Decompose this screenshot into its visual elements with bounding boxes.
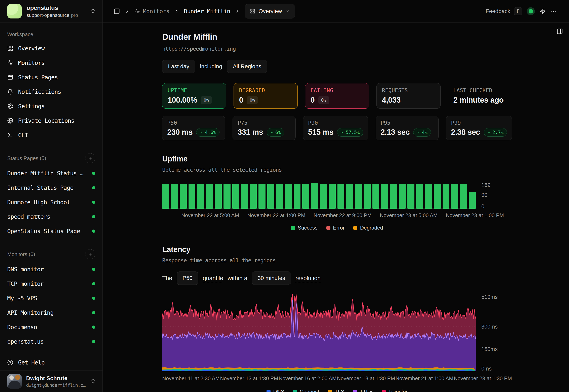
stat-card-value: 0 [310,96,315,104]
get-help-item[interactable]: Get Help [7,355,95,370]
app-root: openstatus support-opensourcepro Workspa… [0,0,569,392]
x-tick-label: November 18 at 1:30 PM [337,375,395,381]
topbar: Monitors Dunder Mifflin Overview Feedbac… [103,0,569,23]
sidebar-toggle-icon[interactable] [114,8,120,14]
ellipsis-menu-icon[interactable] [551,8,556,14]
regions-select-button[interactable]: All Regions [227,60,267,73]
y-tick-label: 90 [481,192,487,198]
globe-icon [7,118,13,124]
breadcrumb-current[interactable]: Dunder Mifflin [184,8,230,15]
monitor-item-documenso[interactable]: Documenso [7,320,95,334]
uptime-bar [337,184,345,209]
sidebar-item-label: Private Locations [18,117,74,124]
latency-section-subtitle: Response time accross all the regions [162,257,512,264]
transfer-swatch [382,390,386,392]
uptime-bar [223,184,231,209]
uptime-bars-plot [162,183,476,209]
page-title: Dunder Mifflin [162,32,512,42]
sidebar-item-cli[interactable]: CLI [7,128,95,142]
degraded-swatch [353,226,357,230]
user-menu[interactable]: Dwight Schrute dwight@dundermifflin.c… [0,371,102,392]
chevron-down-icon [200,130,203,134]
filters-row: Last day including All Regions [162,60,512,73]
uptime-bar [320,184,327,209]
monitor-item-my-5-vps[interactable]: My $5 VPS [7,291,95,306]
monitor-item-dns-monitor[interactable]: DNS monitor [7,262,95,277]
period-select-button[interactable]: Last day [162,60,195,73]
status-page-item-label: Internal Status Page [7,184,73,191]
uptime-bar [180,184,187,209]
plus-icon [88,252,93,257]
uptime-bar [443,184,450,209]
status-dot [529,9,533,14]
uptime-bar [232,184,239,209]
monitor-item-api-monitoring[interactable]: API Monitoring [7,306,95,320]
monitor-item-tcp-monitor[interactable]: TCP monitor [7,277,95,291]
monitors-section: Monitors (6) DNS monitorTCP monitorMy $5… [7,249,95,349]
sidebar-item-notifications[interactable]: Notifications [7,84,95,99]
percentile-value: 515 ms [308,128,334,137]
sidebar-item-private-locations[interactable]: Private Locations [7,113,95,128]
activity-icon [134,8,140,14]
stat-card-uptime: UPTIME100.00%0% [162,83,226,109]
quantile-word[interactable]: quantile [203,275,223,281]
sidebar-item-status-pages[interactable]: Status Pages [7,70,95,84]
monitor-item-label: Documenso [7,324,37,331]
uptime-bar [329,184,336,209]
stat-card-badge: 0% [318,96,329,104]
status-pages-section: Status Pages (5) Dunder Mifflin Status …… [7,153,95,238]
stat-card-value-row: 4,033 [382,96,435,104]
status-dot-green [92,340,95,343]
feedback-button[interactable]: Feedback [486,8,510,14]
status-page-item-openstatus-status-page[interactable]: OpenStatus Status Page [7,224,95,238]
sidebar-item-settings[interactable]: Settings [7,99,95,113]
uptime-bar [355,184,362,209]
breadcrumb-monitors[interactable]: Monitors [134,8,169,15]
zap-icon[interactable] [540,8,546,14]
system-status-indicator[interactable] [527,7,535,15]
resolution-word[interactable]: resolution [295,275,321,281]
chevron-down-icon [487,130,491,134]
ttfb-swatch [353,390,357,392]
grid-icon [250,9,255,14]
sidebar-item-monitors[interactable]: Monitors [7,56,95,70]
monitor-item-openstat-us[interactable]: openstat.us [7,334,95,349]
uptime-bar [364,184,371,209]
panel-right-toggle-icon[interactable] [556,28,563,35]
feedback-shortcut-key: F [514,7,522,15]
uptime-bar [171,184,178,209]
uptime-bar [259,184,265,209]
monitors-section-title: Monitors (6) [7,251,35,257]
status-page-item-internal-status-page[interactable]: Internal Status Page [7,181,95,195]
gear-icon [7,103,13,109]
add-status-page-button[interactable] [85,153,95,163]
add-monitor-button[interactable] [85,249,95,259]
status-dot-green [92,215,95,218]
quantile-select-button[interactable]: P50 [177,271,198,285]
workspace-team: support-opensource [27,13,69,18]
stat-card-label: REQUESTS [382,87,435,93]
uptime-section-subtitle: Uptime accross all the selected regions [162,167,512,173]
workspace-plan-tier: pro [71,13,78,18]
uptime-bar [408,184,414,209]
uptime-bar [250,184,257,209]
y-tick-label: 0ms [481,366,492,372]
latency-y-axis: 519ms300ms150ms0ms [481,294,511,371]
stat-card-value: 4,033 [382,96,401,104]
status-page-item-speed-matters[interactable]: speed-matters [7,210,95,224]
sentence-middle: within a [228,275,247,281]
sidebar-item-overview[interactable]: Overview [7,41,95,56]
status-page-item-dunmore-high-school[interactable]: Dunmore High School [7,195,95,210]
x-tick-label: November 16 at 2:00 AM [279,375,337,381]
status-page-item-dunder-mifflin-status[interactable]: Dunder Mifflin Status … [7,166,95,181]
x-tick-label: November 22 at 1:00 PM [247,212,305,218]
view-switcher-button[interactable]: Overview [245,4,295,18]
sidebar-scroll: Workspace OverviewMonitorsStatus PagesNo… [0,23,102,354]
resolution-select-button[interactable]: 30 minutes [252,271,291,285]
workspace-switcher[interactable]: openstatus support-opensourcepro [0,0,102,23]
error-swatch [326,226,330,230]
x-tick-label: November 13 at 1:30 PM [220,375,278,381]
trend-badge: 57.5% [337,128,363,137]
user-name: Dwight Schrute [26,375,86,381]
status-page-item-label: OpenStatus Status Page [7,228,80,235]
